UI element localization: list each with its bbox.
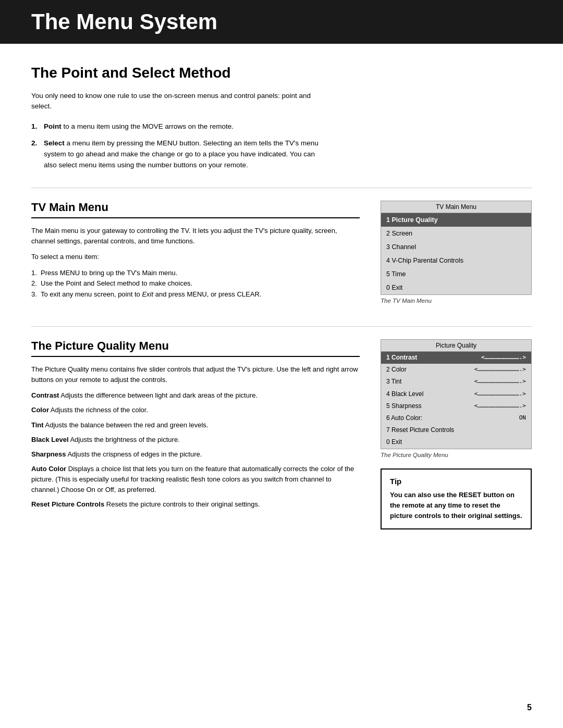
pq-left: The Picture Quality Menu The Picture Qua… (31, 339, 360, 529)
tv-main-section: TV Main Menu The Main menu is your gatew… (31, 201, 532, 305)
pq-menu-box: Picture Quality 1 Contrast <………………………….>… (381, 339, 532, 449)
pq-body1: The Picture Quality menu contains five s… (31, 364, 360, 385)
menu-item-1: 2 Screen (381, 227, 531, 240)
menu-item-3: 4 V-Chip Parental Controls (381, 254, 531, 267)
pq-title: The Picture Quality Menu (31, 339, 360, 357)
tv-main-steps: 1.Press MENU to bring up the TV's Main m… (31, 268, 360, 300)
page-number: 5 (527, 703, 532, 712)
point-select-title: The Point and Select Method (31, 65, 532, 81)
tv-main-left: TV Main Menu The Main menu is your gatew… (31, 201, 360, 305)
divider (31, 188, 532, 188)
menu-item-5: 0 Exit (381, 281, 531, 294)
param-sharpness: Sharpness Adjusts the crispness of edges… (31, 449, 360, 460)
pq-item-4: 5 Sharpness <……………………………….> (381, 400, 531, 412)
point-select-section: The Point and Select Method You only nee… (31, 65, 532, 171)
pq-item-5: 6 Auto Color: ON (381, 412, 531, 424)
list-item: 1. Point to a menu item using the MOVE a… (31, 121, 323, 132)
list-num: 1. (31, 121, 37, 132)
tip-body: You can also use the RESET button on the… (390, 490, 522, 521)
page: The Menu System The Point and Select Met… (0, 0, 563, 728)
pq-menu-caption: The Picture Quality Menu (381, 452, 532, 458)
param-tint: Tint Adjusts the balance between the red… (31, 420, 360, 430)
tv-main-title: TV Main Menu (31, 201, 360, 218)
tv-main-body2: To select a menu item: (31, 252, 360, 262)
param-black-level: Black Level Adjusts the brightness of th… (31, 435, 360, 445)
pq-section: The Picture Quality Menu The Picture Qua… (31, 339, 532, 529)
menu-item-4: 5 Time (381, 267, 531, 281)
point-select-list: 1. Point to a menu item using the MOVE a… (31, 121, 323, 171)
header-banner: The Menu System (0, 0, 563, 44)
step3-text: To exit any menu screen, point to Exit a… (41, 290, 261, 298)
tv-main-body1: The Main menu is your gateway to control… (31, 226, 360, 246)
list-item: 3.To exit any menu screen, point to Exit… (31, 289, 360, 300)
tv-main-menu-box-title: TV Main Menu (381, 201, 531, 213)
list-num: 2. (31, 138, 37, 149)
pq-item-2: 3 Tint <……………………………….> (381, 376, 531, 388)
page-title: The Menu System (31, 9, 532, 34)
list-item: 1.Press MENU to bring up the TV's Main m… (31, 268, 360, 279)
exit-italic: Exit (142, 290, 153, 298)
param-color: Color Adjusts the richness of the color. (31, 405, 360, 415)
pq-item-1: 2 Color <……………………………….> (381, 364, 531, 376)
list-item: 2. Select a menu item by pressing the ME… (31, 138, 323, 171)
pq-menu-title: Picture Quality (381, 340, 531, 352)
menu-item-0: 1 Picture Quality (381, 213, 531, 227)
tv-main-menu-caption: The TV Main Menu (381, 298, 532, 304)
step2-bold: Select (44, 139, 65, 147)
param-reset: Reset Picture Controls Resets the pictur… (31, 499, 360, 510)
pq-item-0: 1 Contrast <………………………….> (381, 352, 531, 364)
tv-main-right: TV Main Menu 1 Picture Quality 2 Screen … (381, 201, 532, 305)
pq-right: Picture Quality 1 Contrast <………………………….>… (381, 339, 532, 529)
param-auto-color: Auto Color Displays a choice list that l… (31, 464, 360, 495)
point-select-intro: You only need to know one rule to use th… (31, 91, 323, 112)
pq-item-3: 4 Black Level <……………………………….> (381, 388, 531, 400)
step1-bold: Point (44, 122, 62, 130)
tv-main-menu-box: TV Main Menu 1 Picture Quality 2 Screen … (381, 201, 532, 295)
step2-text: a menu item by pressing the MENU button.… (44, 139, 319, 169)
list-item: 2.Use the Point and Select method to mak… (31, 278, 360, 289)
pq-item-7: 0 Exit (381, 436, 531, 448)
menu-item-2: 3 Channel (381, 240, 531, 254)
divider2 (31, 326, 532, 327)
param-contrast: Contrast Adjusts the difference between … (31, 390, 360, 401)
tip-box: Tip You can also use the RESET button on… (381, 468, 532, 529)
step1-text: to a menu item using the MOVE arrows on … (62, 122, 234, 130)
tip-title: Tip (390, 477, 522, 486)
pq-item-6: 7 Reset Picture Controls (381, 424, 531, 436)
